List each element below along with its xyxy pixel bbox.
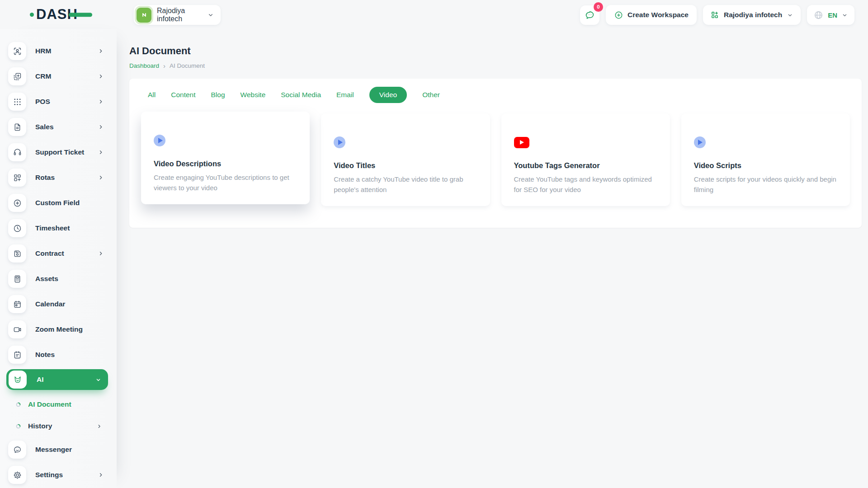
tab-email[interactable]: Email [336,87,354,103]
company-name: Rajodiya infotech [724,11,782,19]
sidebar-item-support-ticket[interactable]: Support Ticket [0,140,117,165]
plus-circle-icon [614,10,623,20]
chevron-right-icon [96,423,102,429]
calculator-icon [8,270,26,288]
chat-bubble-icon [584,9,595,21]
sidebar-item-history[interactable]: History [0,415,117,437]
tab-website[interactable]: Website [241,87,266,103]
sidebar-item-calendar[interactable]: Calendar [0,291,117,317]
sidebar-item-custom-field[interactable]: Custom Field [0,190,117,216]
main-content: AI Document Dashboard › AI Document All … [117,29,868,488]
chevron-right-icon [98,73,104,80]
workspace-logo-icon [137,8,151,23]
chevron-right-icon [98,124,104,130]
play-circle-icon [694,136,706,148]
messages-button[interactable]: 0 [580,5,599,25]
rotas-qr-plus-icon [8,169,26,187]
floppy-disk-icon [8,244,26,263]
sidebar-item-settings[interactable]: Settings [0,462,117,488]
card-description: Create engaging YouTube descriptions to … [154,173,297,193]
sidebar-item-assets[interactable]: Assets [0,266,117,291]
logo-text: DASH [36,6,78,23]
logo-dot-icon [30,13,34,17]
card-description: Create YouTube tags and keywords optimiz… [514,174,657,195]
spinner-circle-icon [16,424,21,429]
tab-social-media[interactable]: Social Media [281,87,321,103]
chevron-right-icon [98,99,104,105]
breadcrumb-dashboard-link[interactable]: Dashboard [129,62,159,69]
gear-icon [8,466,26,484]
sidebar-item-zoom-meeting[interactable]: Zoom Meeting [0,317,117,342]
category-tabs: All Content Blog Website Social Media Em… [141,87,850,103]
sidebar-item-messenger[interactable]: Messenger [0,437,117,462]
chevron-right-icon: › [163,62,165,69]
chevron-down-icon [787,12,793,19]
sidebar-item-timesheet[interactable]: Timesheet [0,216,117,241]
chevron-right-icon [98,174,104,181]
play-circle-icon [154,135,165,146]
create-workspace-button[interactable]: Create Workspace [606,5,697,25]
page-title: AI Document [129,45,862,57]
notepad-icon [8,346,26,364]
speech-bubble-icon [8,441,26,459]
card-description: Create a catchy YouTube video title to g… [334,174,477,195]
breadcrumb: Dashboard › AI Document [129,62,862,69]
header-actions: 0 Create Workspace Rajodiya infotech EN [580,5,854,25]
tab-all[interactable]: All [148,87,156,103]
ai-document-panel: All Content Blog Website Social Media Em… [129,79,862,228]
sidebar-item-rotas[interactable]: Rotas [0,165,117,190]
card-title: Video Titles [334,161,477,170]
youtube-icon [514,137,529,148]
create-workspace-label: Create Workspace [627,11,689,19]
card-video-titles[interactable]: Video Titles Create a catchy YouTube vid… [321,113,490,206]
play-circle-icon [334,136,345,148]
chevron-down-icon [207,11,214,19]
tab-video[interactable]: Video [369,87,407,103]
card-title: Video Scripts [694,161,837,170]
pos-grid-dots-icon [8,93,26,111]
circle-plus-icon [8,194,26,212]
sidebar-item-crm[interactable]: CRM [0,64,117,89]
chevron-down-icon [95,376,102,383]
company-menu[interactable]: Rajodiya infotech [703,5,801,25]
top-header: DASH Rajodiya infotech 0 Create Workspac… [0,0,868,29]
chevron-down-icon [841,12,848,19]
tab-content[interactable]: Content [171,87,195,103]
card-video-scripts[interactable]: Video Scripts Create scripts for your vi… [681,113,850,206]
clock-icon [8,219,26,237]
sidebar-item-hrm[interactable]: HRM [0,38,117,64]
app-logo[interactable]: DASH [30,6,78,23]
chevron-right-icon [98,149,104,155]
breadcrumb-current: AI Document [170,62,205,69]
card-description: Create scripts for your videos quickly a… [694,174,837,195]
sales-document-icon [8,118,26,136]
sidebar-item-pos[interactable]: POS [0,89,117,114]
sidebar-item-contract[interactable]: Contract [0,241,117,266]
sidebar-item-ai[interactable]: AI [6,369,108,390]
ai-fox-icon [9,371,27,389]
workspace-name: Rajodiya infotech [157,7,207,23]
tab-other[interactable]: Other [422,87,440,103]
workspace-switcher[interactable]: Rajodiya infotech [134,5,221,25]
language-menu[interactable]: EN [807,5,854,25]
notification-badge: 0 [594,2,603,12]
template-cards: Video Descriptions Create engaging YouTu… [141,113,850,206]
card-title: Video Descriptions [154,160,297,168]
sidebar-item-sales[interactable]: Sales [0,114,117,140]
workspace-grid-icon [710,10,719,19]
tab-blog[interactable]: Blog [211,87,225,103]
chevron-right-icon [98,48,104,54]
card-title: Youtube Tags Generator [514,161,657,170]
headset-icon [8,143,26,161]
chevron-right-icon [98,472,104,478]
globe-icon [813,10,824,20]
sidebar-item-ai-document[interactable]: AI Document [0,394,117,415]
card-youtube-tags-generator[interactable]: Youtube Tags Generator Create YouTube ta… [501,113,670,206]
hrm-user-focus-icon [8,42,26,60]
sidebar-item-notes[interactable]: Notes [0,342,117,367]
chevron-right-icon [98,250,104,257]
calendar-icon [8,295,26,313]
video-camera-icon [8,320,26,338]
language-code: EN [828,11,837,19]
card-video-descriptions[interactable]: Video Descriptions Create engaging YouTu… [141,112,310,204]
